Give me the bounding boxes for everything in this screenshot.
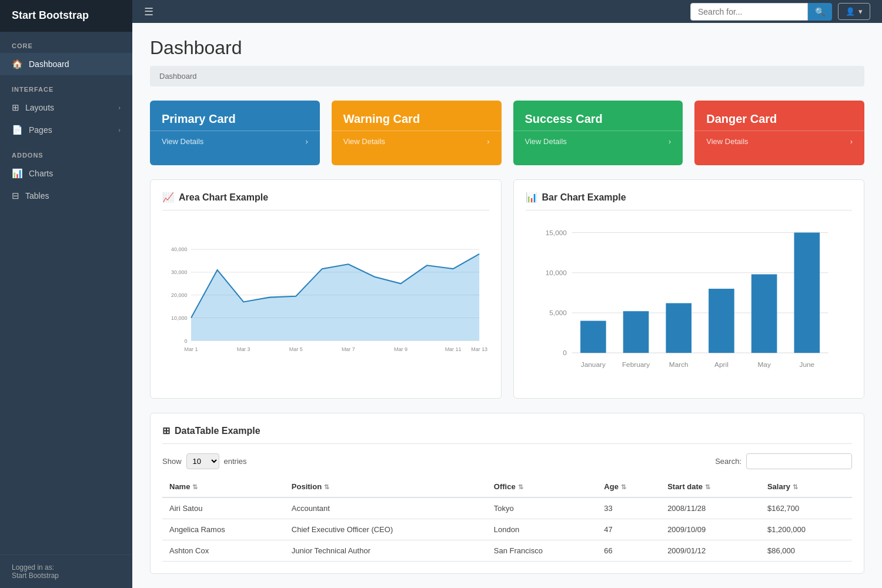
svg-text:10,000: 10,000 xyxy=(545,269,567,277)
cell-salary: $1,200,000 xyxy=(760,519,852,540)
sort-icon: ⇅ xyxy=(518,483,523,490)
col-header-name[interactable]: Name⇅ xyxy=(162,476,285,497)
data-table: Name⇅Position⇅Office⇅Age⇅Start date⇅Sala… xyxy=(162,476,852,562)
sidebar: Start Bootstrap CORE 🏠 Dashboard INTERFA… xyxy=(0,0,132,588)
col-header-salary[interactable]: Salary⇅ xyxy=(760,476,852,497)
bar-chart-svg: 05,00010,00015,000JanuaryFebruaryMarchAp… xyxy=(526,220,853,385)
cell-age: 66 xyxy=(597,540,660,562)
pages-icon: 📄 xyxy=(12,125,23,135)
sidebar-item-tables[interactable]: ⊟ Tables xyxy=(0,185,132,207)
svg-text:February: February xyxy=(622,360,649,369)
cell-office: London xyxy=(487,519,597,540)
sidebar-item-label: Charts xyxy=(29,169,53,178)
cell-age: 47 xyxy=(597,519,660,540)
datatable-title: ⊞ DataTable Example xyxy=(162,425,852,444)
card-view-details[interactable]: View Details › xyxy=(706,131,853,152)
chevron-icon: › xyxy=(118,126,121,133)
cell-name: Airi Satou xyxy=(162,497,285,519)
user-menu-button[interactable]: 👤 ▾ xyxy=(838,3,870,20)
cell-office: Tokyo xyxy=(487,497,597,519)
entries-select[interactable]: 102550100 xyxy=(186,453,219,469)
svg-text:June: June xyxy=(799,360,814,369)
datatable-controls: Show 102550100 entries Search: xyxy=(162,453,852,469)
bar-chart-card: 📊 Bar Chart Example 05,00010,00015,000Ja… xyxy=(513,179,865,399)
sort-icon: ⇅ xyxy=(621,483,626,490)
svg-text:May: May xyxy=(757,360,770,369)
svg-rect-29 xyxy=(666,303,691,353)
svg-text:January: January xyxy=(580,360,605,369)
bar-chart-icon: 📊 xyxy=(526,192,537,203)
svg-text:April: April xyxy=(714,360,729,369)
svg-rect-35 xyxy=(794,233,820,353)
cards-row: Primary Card View Details › Warning Card… xyxy=(150,101,864,165)
sidebar-item-dashboard[interactable]: 🏠 Dashboard xyxy=(0,53,132,75)
card-view-details[interactable]: View Details › xyxy=(525,131,671,152)
card-title: Warning Card xyxy=(343,112,490,126)
search-button[interactable]: 🔍 xyxy=(808,3,832,21)
cell-office: San Francisco xyxy=(487,540,597,562)
sidebar-item-label: Layouts xyxy=(25,103,54,112)
table-head: Name⇅Position⇅Office⇅Age⇅Start date⇅Sala… xyxy=(162,476,852,497)
datatable-card: ⊞ DataTable Example Show 102550100 entri… xyxy=(150,413,864,574)
sidebar-item-charts[interactable]: 📊 Charts xyxy=(0,162,132,185)
search-input[interactable] xyxy=(690,3,808,21)
sidebar-item-label: Pages xyxy=(29,125,52,135)
svg-text:0: 0 xyxy=(184,338,187,344)
sidebar-item-label: Dashboard xyxy=(29,59,69,69)
sidebar-toggle[interactable]: ☰ xyxy=(144,5,153,18)
col-header-start_date[interactable]: Start date⇅ xyxy=(660,476,760,497)
datatable-icon: ⊞ xyxy=(162,425,170,436)
charts-row: 📈 Area Chart Example 010,00020,00030,000… xyxy=(150,179,864,399)
cell-start_date: 2009/01/12 xyxy=(660,540,760,562)
svg-text:5,000: 5,000 xyxy=(549,309,567,317)
card-warning: Warning Card View Details › xyxy=(332,101,502,165)
sidebar-footer-line1: Logged in as: xyxy=(12,563,121,572)
col-header-office[interactable]: Office⇅ xyxy=(487,476,597,497)
cell-age: 33 xyxy=(597,497,660,519)
svg-text:30,000: 30,000 xyxy=(171,269,187,275)
table-body: Airi SatouAccountantTokyo332008/11/28$16… xyxy=(162,497,852,562)
col-header-position[interactable]: Position⇅ xyxy=(285,476,487,497)
sidebar-item-layouts[interactable]: ⊞ Layouts › xyxy=(0,96,132,119)
main-content: ☰ 🔍 👤 ▾ Dashboard Dashboard Primary Card… xyxy=(132,0,882,588)
sidebar-footer: Logged in as: Start Bootstrap xyxy=(0,554,132,588)
table-row: Ashton CoxJunior Technical AuthorSan Fra… xyxy=(162,540,852,562)
svg-text:15,000: 15,000 xyxy=(545,229,567,237)
top-nav: ☰ 🔍 👤 ▾ xyxy=(132,0,882,23)
sort-icon: ⇅ xyxy=(705,483,710,490)
sort-icon: ⇅ xyxy=(192,483,198,490)
cell-position: Chief Executive Officer (CEO) xyxy=(285,519,487,540)
chevron-icon: › xyxy=(118,104,121,111)
table-search-input[interactable] xyxy=(746,453,852,469)
table-row: Airi SatouAccountantTokyo332008/11/28$16… xyxy=(162,497,852,519)
svg-text:Mar 1: Mar 1 xyxy=(185,346,198,352)
cell-salary: $86,000 xyxy=(760,540,852,562)
svg-text:10,000: 10,000 xyxy=(171,315,187,321)
card-title: Primary Card xyxy=(162,112,308,126)
sidebar-item-pages[interactable]: 📄 Pages › xyxy=(0,119,132,141)
card-arrow-icon: › xyxy=(669,137,671,146)
col-header-age[interactable]: Age⇅ xyxy=(597,476,660,497)
card-arrow-icon: › xyxy=(850,137,853,146)
sidebar-brand[interactable]: Start Bootstrap xyxy=(0,0,132,32)
card-view-details[interactable]: View Details › xyxy=(343,131,490,152)
cell-salary: $162,700 xyxy=(760,497,852,519)
table-row: Angelica RamosChief Executive Officer (C… xyxy=(162,519,852,540)
card-arrow-icon: › xyxy=(305,137,308,146)
sidebar-section-label: INTERFACE xyxy=(0,75,132,96)
svg-rect-25 xyxy=(580,321,606,353)
card-view-details[interactable]: View Details › xyxy=(162,131,308,152)
bar-chart-title: 📊 Bar Chart Example xyxy=(526,192,853,211)
svg-text:Mar 13: Mar 13 xyxy=(471,346,487,352)
cell-name: Angelica Ramos xyxy=(162,519,285,540)
cell-start_date: 2008/11/28 xyxy=(660,497,760,519)
show-entries: Show 102550100 entries xyxy=(162,453,247,469)
svg-text:20,000: 20,000 xyxy=(171,292,187,298)
card-title: Danger Card xyxy=(706,112,853,126)
cell-position: Junior Technical Author xyxy=(285,540,487,562)
sidebar-section-label: CORE xyxy=(0,32,132,53)
svg-rect-31 xyxy=(709,289,734,353)
svg-text:Mar 11: Mar 11 xyxy=(445,346,462,352)
area-chart-svg: 010,00020,00030,00040,000Mar 1Mar 3Mar 5… xyxy=(162,220,489,385)
card-success: Success Card View Details › xyxy=(513,101,683,165)
